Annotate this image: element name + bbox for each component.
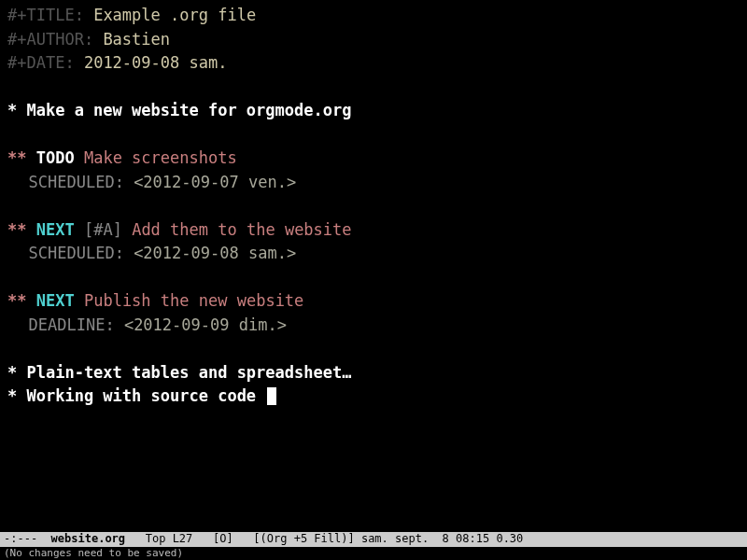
heading-title: Publish the new website — [84, 291, 303, 310]
blank-line — [7, 194, 740, 218]
heading-marker: ** — [7, 220, 26, 239]
blank-line — [7, 337, 740, 361]
minibuffer[interactable]: (No changes need to be saved) — [0, 547, 747, 560]
heading-marker: ** — [7, 291, 26, 310]
scheduled-date: <2012-09-08 sam.> — [134, 244, 296, 262]
meta-author-key: #+AUTHOR: — [7, 30, 93, 49]
scheduled-date: <2012-09-07 ven.> — [134, 173, 296, 191]
editor-buffer[interactable]: #+TITLE: Example .org file #+AUTHOR: Bas… — [0, 0, 747, 413]
heading-title: Add them to the website — [132, 220, 351, 239]
heading-level1-b: * Plain-text tables and spreadsheet… — [7, 361, 740, 385]
scheduled-line-2: SCHEDULED: <2012-09-08 sam.> — [7, 242, 740, 266]
deadline-date: <2012-09-09 dim.> — [124, 315, 287, 334]
deadline-line: DEADLINE: <2012-09-09 dim.> — [7, 314, 740, 338]
scheduled-line-1: SCHEDULED: <2012-09-07 ven.> — [7, 171, 740, 195]
heading-title: Make screenshots — [84, 148, 237, 167]
scheduled-label: SCHEDULED: — [29, 244, 124, 262]
heading-todo-item-1: ** TODO Make screenshots — [7, 147, 740, 171]
blank-line — [7, 266, 740, 290]
mode-line-status: -:--- — [4, 532, 51, 545]
next-keyword: NEXT — [36, 291, 75, 310]
meta-author-value: Bastien — [103, 30, 170, 49]
heading-level1-a: * Make a new website for orgmode.org — [7, 99, 740, 123]
heading-marker: ** — [7, 148, 26, 167]
mode-line-info: Top L27 [O] [(Org +5 Fill)] sam. sept. 8… — [125, 532, 523, 545]
meta-author-line: #+AUTHOR: Bastien — [7, 28, 740, 52]
meta-title-line: #+TITLE: Example .org file — [7, 4, 740, 28]
blank-line — [7, 123, 740, 147]
scheduled-label: SCHEDULED: — [29, 173, 124, 191]
heading-level1-c: * Working with source code — [7, 385, 740, 409]
buffer-name: website.org — [51, 532, 125, 545]
heading-text: * Working with source code — [7, 386, 265, 405]
text-cursor — [267, 387, 276, 405]
next-keyword: NEXT — [36, 220, 75, 239]
meta-date-key: #+DATE: — [7, 53, 75, 72]
heading-todo-item-3: ** NEXT Publish the new website — [7, 289, 740, 314]
mode-line[interactable]: -:--- website.org Top L27 [O] [(Org +5 F… — [0, 532, 747, 547]
meta-date-line: #+DATE: 2012-09-08 sam. — [7, 51, 740, 76]
heading-todo-item-2: ** NEXT [#A] Add them to the website — [7, 218, 740, 243]
deadline-label: DEADLINE: — [29, 315, 115, 334]
meta-title-key: #+TITLE: — [7, 6, 84, 24]
todo-keyword: TODO — [36, 148, 75, 167]
meta-date-value: 2012-09-08 sam. — [84, 53, 228, 72]
priority-tag: [#A] — [84, 220, 122, 239]
meta-title-value: Example .org file — [93, 6, 256, 24]
blank-line — [7, 76, 740, 100]
